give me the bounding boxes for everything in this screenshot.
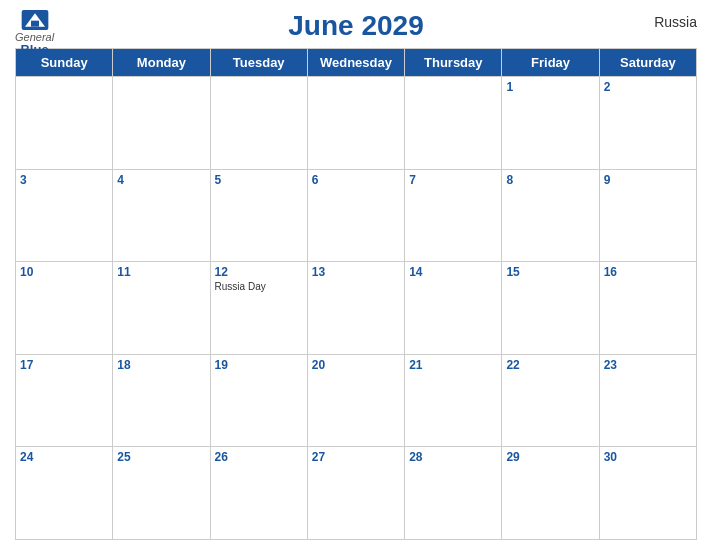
day-number: 12: [215, 265, 303, 279]
table-row: 24: [16, 447, 113, 540]
logo-blue-text: Blue: [20, 43, 48, 57]
table-row: [113, 77, 210, 170]
table-row: 6: [307, 169, 404, 262]
table-row: 10: [16, 262, 113, 355]
logo-icon: [21, 10, 49, 30]
day-number: 13: [312, 265, 400, 279]
table-row: 4: [113, 169, 210, 262]
calendar-row: 3456789: [16, 169, 697, 262]
event-label: Russia Day: [215, 281, 303, 292]
day-number: 18: [117, 358, 205, 372]
day-number: 25: [117, 450, 205, 464]
day-number: 22: [506, 358, 594, 372]
table-row: 18: [113, 354, 210, 447]
day-number: 14: [409, 265, 497, 279]
calendar-row: 24252627282930: [16, 447, 697, 540]
page-title: June 2029: [288, 10, 423, 42]
calendar-table: Sunday Monday Tuesday Wednesday Thursday…: [15, 48, 697, 540]
day-number: 1: [506, 80, 594, 94]
header-saturday: Saturday: [599, 49, 696, 77]
table-row: [405, 77, 502, 170]
table-row: 5: [210, 169, 307, 262]
table-row: 29: [502, 447, 599, 540]
table-row: 13: [307, 262, 404, 355]
table-row: 25: [113, 447, 210, 540]
day-number: 27: [312, 450, 400, 464]
day-number: 15: [506, 265, 594, 279]
day-number: 29: [506, 450, 594, 464]
table-row: 21: [405, 354, 502, 447]
day-number: 2: [604, 80, 692, 94]
svg-rect-2: [31, 21, 39, 27]
table-row: 27: [307, 447, 404, 540]
day-number: 19: [215, 358, 303, 372]
day-number: 20: [312, 358, 400, 372]
day-number: 10: [20, 265, 108, 279]
header-wednesday: Wednesday: [307, 49, 404, 77]
table-row: 12Russia Day: [210, 262, 307, 355]
table-row: 23: [599, 354, 696, 447]
day-number: 30: [604, 450, 692, 464]
day-number: 4: [117, 173, 205, 187]
header-friday: Friday: [502, 49, 599, 77]
table-row: 15: [502, 262, 599, 355]
day-number: 21: [409, 358, 497, 372]
calendar-row: 17181920212223: [16, 354, 697, 447]
calendar-body: 123456789101112Russia Day131415161718192…: [16, 77, 697, 540]
calendar-row: 12: [16, 77, 697, 170]
day-number: 9: [604, 173, 692, 187]
table-row: 1: [502, 77, 599, 170]
country-label: Russia: [654, 14, 697, 30]
weekday-header-row: Sunday Monday Tuesday Wednesday Thursday…: [16, 49, 697, 77]
table-row: 7: [405, 169, 502, 262]
table-row: 28: [405, 447, 502, 540]
table-row: 16: [599, 262, 696, 355]
table-row: 20: [307, 354, 404, 447]
day-number: 23: [604, 358, 692, 372]
calendar-header: General Blue June 2029 Russia: [15, 10, 697, 42]
table-row: 14: [405, 262, 502, 355]
day-number: 26: [215, 450, 303, 464]
day-number: 6: [312, 173, 400, 187]
logo: General Blue: [15, 10, 54, 57]
table-row: 11: [113, 262, 210, 355]
day-number: 24: [20, 450, 108, 464]
table-row: 19: [210, 354, 307, 447]
header-thursday: Thursday: [405, 49, 502, 77]
header-monday: Monday: [113, 49, 210, 77]
table-row: 22: [502, 354, 599, 447]
table-row: 30: [599, 447, 696, 540]
table-row: 17: [16, 354, 113, 447]
day-number: 8: [506, 173, 594, 187]
table-row: [307, 77, 404, 170]
day-number: 7: [409, 173, 497, 187]
table-row: 9: [599, 169, 696, 262]
day-number: 17: [20, 358, 108, 372]
day-number: 11: [117, 265, 205, 279]
header-tuesday: Tuesday: [210, 49, 307, 77]
day-number: 16: [604, 265, 692, 279]
calendar-row: 101112Russia Day13141516: [16, 262, 697, 355]
table-row: [16, 77, 113, 170]
table-row: 26: [210, 447, 307, 540]
day-number: 3: [20, 173, 108, 187]
table-row: [210, 77, 307, 170]
day-number: 5: [215, 173, 303, 187]
day-number: 28: [409, 450, 497, 464]
table-row: 3: [16, 169, 113, 262]
table-row: 2: [599, 77, 696, 170]
table-row: 8: [502, 169, 599, 262]
calendar-page: General Blue June 2029 Russia Sunday Mon…: [0, 0, 712, 550]
